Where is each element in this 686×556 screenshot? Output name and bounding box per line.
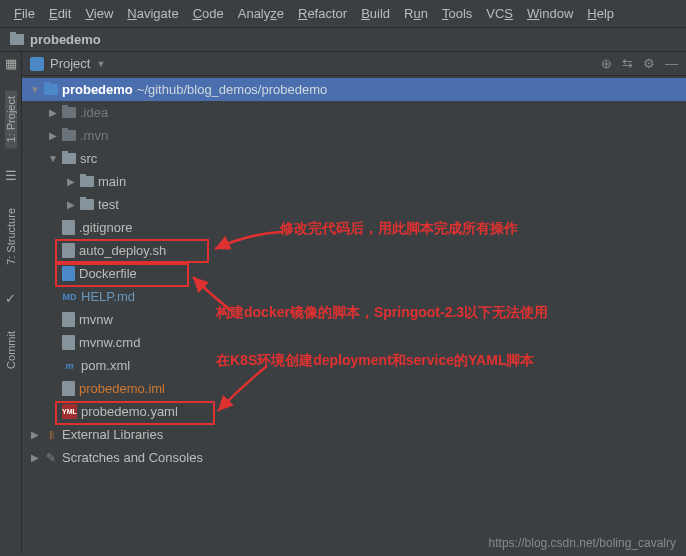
menu-edit[interactable]: Edit (43, 4, 77, 23)
menu-file[interactable]: File (8, 4, 41, 23)
project-tab-icon[interactable]: ▦ (4, 56, 18, 70)
yaml-file-icon: YML (62, 404, 77, 419)
chevron-right-icon[interactable]: ▶ (48, 107, 58, 118)
menu-build[interactable]: Build (355, 4, 396, 23)
menu-run[interactable]: Run (398, 4, 434, 23)
tree-item-gitignore[interactable]: .gitignore (22, 216, 686, 239)
chevron-right-icon[interactable]: ▶ (48, 130, 58, 141)
menu-view[interactable]: View (79, 4, 119, 23)
tree-item-yaml[interactable]: YML probedemo.yaml (22, 400, 686, 423)
tree-item-iml[interactable]: probedemo.iml (22, 377, 686, 400)
tree-item-idea[interactable]: ▶ .idea (22, 101, 686, 124)
breadcrumb: probedemo (0, 28, 686, 52)
file-icon (62, 381, 75, 396)
menu-window[interactable]: Window (521, 4, 579, 23)
tree-item-test[interactable]: ▶ test (22, 193, 686, 216)
menu-help[interactable]: Help (581, 4, 620, 23)
hide-icon[interactable]: — (665, 56, 678, 71)
panel-title[interactable]: Project (50, 56, 90, 71)
scratch-icon: ✎ (44, 451, 58, 465)
file-icon (62, 220, 75, 235)
project-panel-header: Project ▼ ⊕ ⇆ ⚙ — (22, 52, 686, 76)
breadcrumb-project[interactable]: probedemo (30, 32, 101, 47)
file-icon (62, 243, 75, 258)
folder-icon (80, 176, 94, 187)
menu-vcs[interactable]: VCS (480, 4, 519, 23)
gear-icon[interactable]: ⚙ (643, 56, 655, 71)
locate-icon[interactable]: ⊕ (601, 56, 612, 71)
tree-item-mvn[interactable]: ▶ .mvn (22, 124, 686, 147)
tree-item-dockerfile[interactable]: Dockerfile (22, 262, 686, 285)
project-tab[interactable]: 1: Project (5, 90, 17, 148)
chevron-right-icon[interactable]: ▶ (30, 452, 40, 463)
file-icon (62, 335, 75, 350)
expand-icon[interactable]: ⇆ (622, 56, 633, 71)
module-icon (44, 84, 58, 95)
menu-bar: File Edit View Navigate Code Analyze Ref… (0, 0, 686, 28)
commit-tab[interactable]: Commit (5, 325, 17, 375)
menu-tools[interactable]: Tools (436, 4, 478, 23)
tree-external-libs[interactable]: ▶ ⫴ External Libraries (22, 423, 686, 446)
menu-analyze[interactable]: Analyze (232, 4, 290, 23)
chevron-right-icon[interactable]: ▶ (66, 199, 76, 210)
docker-file-icon (62, 266, 75, 281)
menu-code[interactable]: Code (187, 4, 230, 23)
tree-scratches[interactable]: ▶ ✎ Scratches and Consoles (22, 446, 686, 469)
watermark: https://blog.csdn.net/boling_cavalry (489, 536, 676, 550)
tree-item-auto-deploy[interactable]: auto_deploy.sh (22, 239, 686, 262)
structure-tab[interactable]: 7: Structure (5, 202, 17, 271)
commit-tab-icon[interactable]: ✓ (4, 291, 18, 305)
root-name: probedemo (62, 82, 133, 97)
tree-item-help[interactable]: MD HELP.md (22, 285, 686, 308)
chevron-right-icon[interactable]: ▶ (30, 429, 40, 440)
tool-window-tabs: ▦ 1: Project ☰ 7: Structure ✓ Commit (0, 52, 22, 554)
file-icon (62, 312, 75, 327)
markdown-file-icon: MD (62, 289, 77, 304)
folder-icon (62, 130, 76, 141)
maven-file-icon: m (62, 358, 77, 373)
folder-icon (10, 34, 24, 45)
menu-navigate[interactable]: Navigate (121, 4, 184, 23)
tree-item-mvnw[interactable]: mvnw (22, 308, 686, 331)
folder-icon (80, 199, 94, 210)
tree-item-src[interactable]: ▼ src (22, 147, 686, 170)
tree-item-pom[interactable]: m pom.xml (22, 354, 686, 377)
tree-item-main[interactable]: ▶ main (22, 170, 686, 193)
menu-refactor[interactable]: Refactor (292, 4, 353, 23)
chevron-right-icon[interactable]: ▶ (66, 176, 76, 187)
tree-item-mvnw-cmd[interactable]: mvnw.cmd (22, 331, 686, 354)
root-path: ~/github/blog_demos/probedemo (137, 82, 327, 97)
chevron-down-icon[interactable]: ▼ (96, 59, 105, 69)
project-view-icon (30, 57, 44, 71)
folder-icon (62, 107, 76, 118)
chevron-down-icon[interactable]: ▼ (48, 153, 58, 164)
folder-icon (62, 153, 76, 164)
project-tree[interactable]: ▼ probedemo ~/github/blog_demos/probedem… (22, 76, 686, 554)
tree-root[interactable]: ▼ probedemo ~/github/blog_demos/probedem… (22, 78, 686, 101)
structure-tab-icon[interactable]: ☰ (4, 168, 18, 182)
chevron-down-icon[interactable]: ▼ (30, 84, 40, 95)
library-icon: ⫴ (44, 428, 58, 442)
